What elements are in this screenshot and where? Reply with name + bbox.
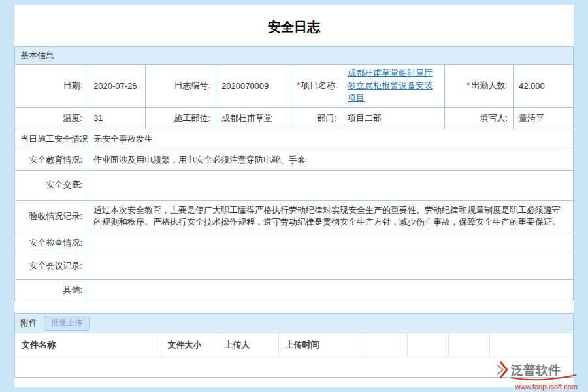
required-mark: * [297,80,300,90]
daily-safety-label: 当日施工安全情况: [15,129,88,150]
logo-swoosh-shadow-icon [497,365,503,375]
table-row: 验收情况记录: 通过本次安全教育，主要是使广大职工懂得严格执行劳动纪律对实现安全… [15,200,574,233]
location-value: 成都杜甫草堂 [216,107,291,129]
inspection-value [88,233,574,253]
attachments-header-row: 文件名称 文件大小 上传人 上传时间 [15,333,573,357]
attendance-value: 42.000 [514,65,574,108]
log-no-value: 2020070009 [216,65,291,108]
inspection-label: 安全检查情况: [15,233,88,253]
basic-info-section-title: 基本信息 [15,47,574,65]
table-row: 其他: [15,279,574,301]
briefing-value [88,170,574,200]
logo-url[interactable]: www.fanpusoft.com [489,383,580,391]
location-label: 施工部位: [146,107,216,129]
daily-safety-value: 无安全事故发生 [88,129,574,150]
attachments-header-bar: 附件 批量上传 [15,314,573,333]
batch-upload-button[interactable]: 批量上传 [44,316,90,331]
col-uploader: 上传人 [218,333,278,357]
writer-label: 填写人: [445,107,514,129]
acceptance-value: 通过本次安全教育，主要是使广大职工懂得严格执行劳动纪律对实现安全生产的重要性。劳… [88,200,574,233]
department-value: 项目二部 [342,107,445,129]
project-label: *项目名称: [291,65,342,108]
logo-brand-text: 泛普软件 [510,363,561,377]
table-row: 温度: 31 施工部位: 成都杜甫草堂 部门: 项目二部 填写人: 董清平 [15,107,574,129]
col-upload-time: 上传时间 [278,333,365,357]
fanpu-logo[interactable]: 泛普软件 www.fanpusoft.com [489,359,580,391]
project-label-text: 项目名称: [301,80,338,90]
date-label: 日期: [15,65,88,108]
project-link[interactable]: 成都杜甫草堂临时展厅独立展柜报警设备安装项目 [348,68,433,103]
table-row: 当日施工安全情况: 无安全事故发生 [15,129,574,150]
attendance-label-text: 出勤人数: [471,80,508,90]
temperature-label: 温度: [15,107,88,129]
basic-info-table: 基本信息 日期: 2020-07-26 日志编号: 2020070009 *项目… [14,46,574,301]
briefing-label: 安全交底: [15,170,88,200]
col-file-name: 文件名称 [15,333,161,357]
date-value: 2020-07-26 [88,65,146,108]
table-row: 日期: 2020-07-26 日志编号: 2020070009 *项目名称: 成… [15,65,574,108]
project-value-cell: 成都杜甫草堂临时展厅独立展柜报警设备安装项目 [342,65,445,108]
table-row: 安全教育情况: 作业面涉及用电频繁，用电安全必须注意穿防电靴、手套 [15,150,574,170]
fanpu-logo-graphic: 泛普软件 [489,359,580,383]
col-empty-4 [489,333,573,357]
col-file-size: 文件大小 [161,333,218,357]
meeting-value [88,253,574,279]
acceptance-label: 验收情况记录: [15,200,88,233]
writer-value: 董清平 [514,107,574,129]
table-row: 安全会议记录: [15,253,574,279]
col-empty-2 [407,333,448,357]
content-panel: 安全日志 基本信息 日期: 2020-07-26 日志编号: 202007000… [14,5,574,387]
other-value [88,279,574,301]
table-row: 安全交底: [15,170,574,200]
meeting-label: 安全会议记录: [15,253,88,279]
required-mark: * [466,80,470,90]
log-no-label: 日志编号: [146,65,216,108]
attendance-label: *出勤人数: [445,65,514,108]
section-header-row: 基本信息 [15,47,574,65]
education-label: 安全教育情况: [15,150,88,170]
table-row: 安全检查情况: [15,233,574,253]
col-empty-1 [365,333,407,357]
col-empty-3 [448,333,489,357]
other-label: 其他: [15,279,88,301]
education-value: 作业面涉及用电频繁，用电安全必须注意穿防电靴、手套 [88,150,574,170]
page-title: 安全日志 [14,5,574,46]
temperature-value: 31 [88,107,146,129]
department-label: 部门: [291,107,342,129]
attachments-title: 附件 [20,317,37,329]
